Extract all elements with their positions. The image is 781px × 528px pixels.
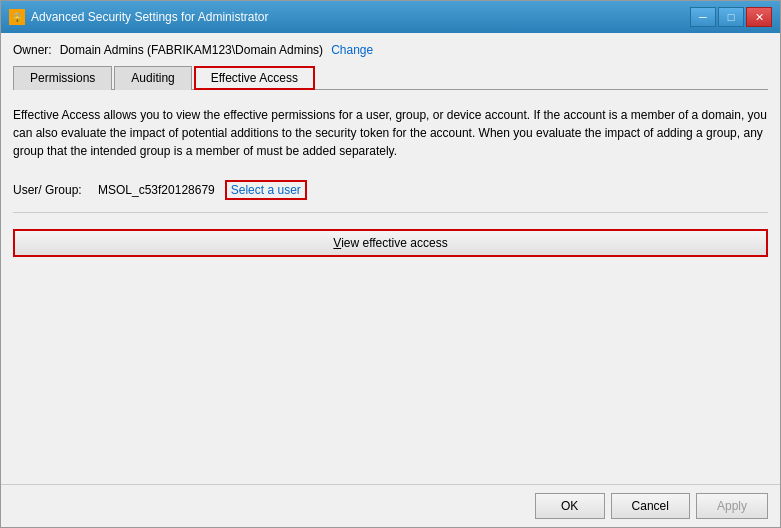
- user-group-row: User/ Group: MSOL_c53f20128679 Select a …: [13, 180, 768, 213]
- main-window: 🔒 Advanced Security Settings for Adminis…: [0, 0, 781, 528]
- bottom-bar: OK Cancel Apply: [1, 484, 780, 527]
- user-group-label: User/ Group:: [13, 183, 88, 197]
- maximize-button[interactable]: □: [718, 7, 744, 27]
- tab-permissions[interactable]: Permissions: [13, 66, 112, 90]
- title-bar: 🔒 Advanced Security Settings for Adminis…: [1, 1, 780, 33]
- content-area: Owner: Domain Admins (FABRIKAM123\Domain…: [1, 33, 780, 484]
- view-access-label: View effective access: [333, 236, 447, 250]
- ok-button[interactable]: OK: [535, 493, 605, 519]
- spacer: [13, 257, 768, 474]
- user-group-value: MSOL_c53f20128679: [98, 183, 215, 197]
- description-text: Effective Access allows you to view the …: [13, 100, 768, 166]
- owner-change-link[interactable]: Change: [331, 43, 373, 57]
- window-title: Advanced Security Settings for Administr…: [31, 10, 268, 24]
- window-icon: 🔒: [9, 9, 25, 25]
- minimize-button[interactable]: ─: [690, 7, 716, 27]
- view-effective-access-button[interactable]: View effective access: [13, 229, 768, 257]
- owner-row: Owner: Domain Admins (FABRIKAM123\Domain…: [13, 43, 768, 57]
- select-user-link[interactable]: Select a user: [225, 180, 307, 200]
- apply-button[interactable]: Apply: [696, 493, 768, 519]
- close-button[interactable]: ✕: [746, 7, 772, 27]
- tab-auditing[interactable]: Auditing: [114, 66, 191, 90]
- owner-label: Owner:: [13, 43, 52, 57]
- title-bar-left: 🔒 Advanced Security Settings for Adminis…: [9, 9, 268, 25]
- owner-value: Domain Admins (FABRIKAM123\Domain Admins…: [60, 43, 323, 57]
- cancel-button[interactable]: Cancel: [611, 493, 690, 519]
- tabs-bar: Permissions Auditing Effective Access: [13, 65, 768, 90]
- title-bar-controls: ─ □ ✕: [690, 7, 772, 27]
- tab-effective-access[interactable]: Effective Access: [194, 66, 315, 90]
